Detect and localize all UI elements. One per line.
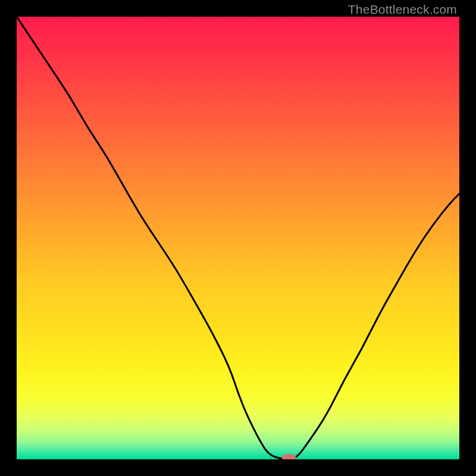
chart-svg — [17, 17, 459, 459]
plot-area — [17, 17, 459, 459]
watermark-text: TheBottleneck.com — [348, 2, 457, 17]
chart-frame: TheBottleneck.com — [0, 0, 476, 476]
